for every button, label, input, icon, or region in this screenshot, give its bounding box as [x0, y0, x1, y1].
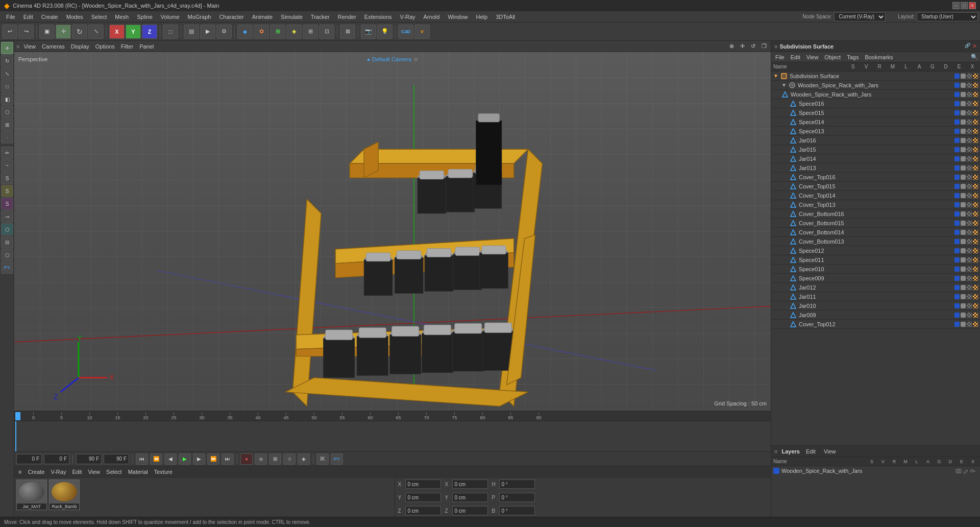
mat-menu-texture[interactable]: Texture	[152, 469, 175, 475]
om-dot-checker-10[interactable]	[967, 184, 972, 189]
om-dot-blue-12[interactable]	[954, 202, 960, 207]
lm-menu-view[interactable]: View	[822, 448, 838, 454]
om-dot-blue-20[interactable]	[954, 276, 960, 281]
om-list-item[interactable]: Jar013	[771, 163, 980, 173]
om-dot-checker-25[interactable]	[967, 322, 972, 327]
om-list-item[interactable]: Cover_Top014	[771, 191, 980, 200]
keyframe-btn[interactable]: ●	[240, 453, 253, 465]
viewport-nav-pan[interactable]: ✛	[738, 43, 747, 50]
om-dot-orange-12[interactable]	[973, 202, 978, 207]
snap-button[interactable]: ⊠	[340, 25, 355, 39]
om-dot-checker-8[interactable]	[967, 165, 972, 171]
om-dot-checker-14[interactable]	[967, 221, 972, 226]
sculpt3-tool-left[interactable]: S	[1, 198, 13, 210]
viewport-menu-filter[interactable]: Filter	[119, 43, 135, 50]
edge-mode-left[interactable]: ⊞	[1, 118, 13, 131]
nurbs-button[interactable]: ⊞	[270, 25, 285, 39]
sculpt-tool-left[interactable]: S	[1, 172, 13, 184]
undo-button[interactable]: ↩	[2, 25, 17, 39]
om-dot-checker-16[interactable]	[967, 239, 972, 244]
viewport-nav-orbit[interactable]: ↺	[749, 43, 757, 50]
viewport-canvas[interactable]: Perspective ● Default Camera ⚙	[14, 52, 771, 411]
om-dot-orange-6[interactable]	[973, 147, 978, 152]
om-dot-orange-25[interactable]	[973, 322, 978, 327]
om-dot-checker-1[interactable]	[967, 101, 972, 106]
box-select-button[interactable]: ▣	[39, 25, 55, 39]
material-rack[interactable]: Rack_Bamb	[49, 480, 80, 510]
om-dot-blue-4[interactable]	[954, 129, 960, 134]
camera-button[interactable]: 📷	[361, 25, 376, 39]
om-dot-blue-17[interactable]	[954, 248, 960, 253]
om-dot-gray-19[interactable]	[961, 267, 966, 272]
om-list-item[interactable]: Cover_Top012	[771, 320, 980, 329]
om-menu-tags[interactable]: Tags	[845, 54, 861, 60]
effector-button[interactable]: ⊞	[303, 25, 318, 39]
menu-item-tracker[interactable]: Tracker	[307, 13, 334, 21]
om-menu-file[interactable]: File	[773, 54, 787, 60]
mat-menu-create[interactable]: Create	[26, 469, 46, 475]
c4d-python-button[interactable]: C4D	[398, 25, 413, 39]
step-back-button[interactable]: ◀	[164, 453, 177, 465]
scale-tool-left[interactable]: ⤡	[1, 67, 13, 80]
om-dot-orange-23[interactable]	[973, 303, 978, 308]
viewport-menu-display[interactable]: Display	[69, 43, 91, 50]
om-dot-blue-9[interactable]	[954, 175, 960, 180]
viewport-menu-cameras[interactable]: Cameras	[40, 43, 67, 50]
om-list-item[interactable]: Cover_Bottom013	[771, 237, 980, 246]
om-dot-orange-8[interactable]	[973, 165, 978, 171]
menu-item-character[interactable]: Character	[215, 13, 248, 21]
om-item-subdiv[interactable]: ▼ Subdivision Surface	[771, 71, 980, 81]
x-axis-button[interactable]: X	[109, 25, 125, 39]
om-dot-blue-15[interactable]	[954, 230, 960, 235]
om-list-item[interactable]: Jar009	[771, 310, 980, 320]
rotate-tool-button[interactable]: ↻	[72, 25, 87, 39]
om-dot-checker-23[interactable]	[967, 303, 972, 308]
om-dot-gray-5[interactable]	[961, 138, 966, 143]
om-dot-orange-5[interactable]	[973, 138, 978, 143]
om-dot-blue-16[interactable]	[954, 239, 960, 244]
om-dot-blue-6[interactable]	[954, 147, 960, 152]
vray-python-button[interactable]: V	[414, 25, 430, 39]
om-list-item[interactable]: Cover_Top016	[771, 173, 980, 182]
y-axis-button[interactable]: Y	[126, 25, 141, 39]
om-dot-blue-21[interactable]	[954, 285, 960, 290]
om-dot-checker-12[interactable]	[967, 202, 972, 207]
om-list-item[interactable]: Spece015	[771, 108, 980, 117]
render-button[interactable]: ▤	[184, 25, 199, 39]
om-dot-orange-3[interactable]	[973, 119, 978, 125]
frame-end-input2[interactable]	[104, 454, 129, 464]
mat-menu-vray[interactable]: V-Ray	[48, 469, 68, 475]
om-dot-orange-19[interactable]	[973, 267, 978, 272]
spline-tool-left[interactable]: ~	[1, 159, 13, 172]
om-dot-blue-5[interactable]	[954, 138, 960, 143]
menu-item-dtoall[interactable]: 3DToAll	[492, 13, 519, 21]
om-dot-blue-0[interactable]	[954, 92, 960, 97]
viewport-nav-frame[interactable]: ❐	[760, 43, 769, 50]
subdiv-dot1[interactable]	[954, 74, 960, 79]
om-dot-orange-0[interactable]	[973, 92, 978, 97]
om-dot-checker-15[interactable]	[967, 230, 972, 235]
material-jar[interactable]: Jar_MAT	[16, 480, 47, 510]
spline-button[interactable]: ✿	[254, 25, 269, 39]
lm-menu-edit[interactable]: Edit	[804, 448, 818, 454]
p-rot-input[interactable]	[499, 493, 535, 502]
om-list-item[interactable]: Cover_Top013	[771, 200, 980, 209]
play-button[interactable]: ▶	[179, 453, 191, 465]
om-dot-checker-2[interactable]	[967, 110, 972, 115]
menu-item-volume[interactable]: Volume	[157, 13, 184, 21]
om-list-item[interactable]: Spece012	[771, 246, 980, 255]
node-space-dropdown[interactable]: Current (V-Ray)	[834, 12, 886, 21]
om-dot-gray-12[interactable]	[961, 202, 966, 207]
menu-item-edit[interactable]: Edit	[19, 13, 37, 21]
om-dot-gray-10[interactable]	[961, 184, 966, 189]
om-dot-gray-8[interactable]	[961, 165, 966, 171]
om-dot-blue-13[interactable]	[954, 211, 960, 217]
om-dot-checker-19[interactable]	[967, 267, 972, 272]
om-dot-checker-17[interactable]	[967, 248, 972, 253]
menu-item-create[interactable]: Create	[37, 13, 62, 21]
rack-dot2[interactable]	[961, 83, 966, 88]
om-list-item[interactable]: Cover_Bottom016	[771, 209, 980, 219]
object-mode-button[interactable]: □	[163, 25, 178, 39]
menu-item-file[interactable]: File	[2, 13, 19, 21]
rack-dot3[interactable]	[967, 83, 972, 88]
